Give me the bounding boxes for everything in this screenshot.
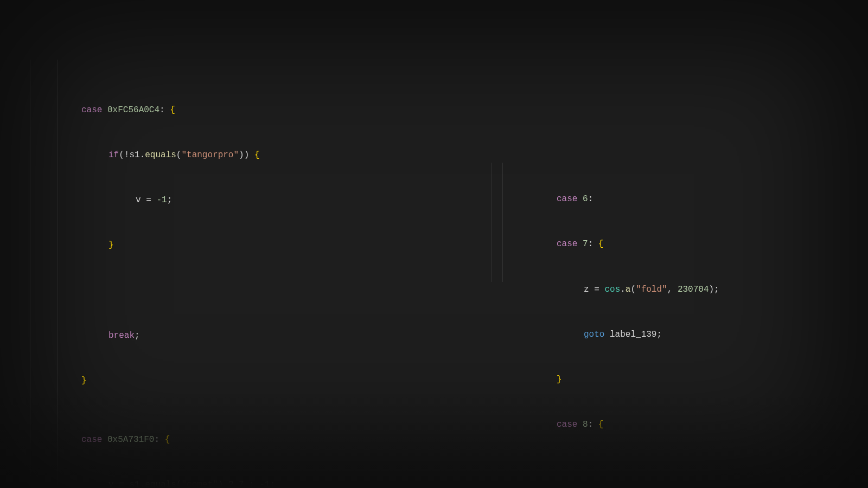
left-editor-pane[interactable]: case 0xFC56A0C4: { if(!s1.equals("tangor…: [0, 0, 486, 488]
code-block-left: case 0xFC56A0C4: { if(!s1.equals("tangor…: [0, 60, 486, 488]
indent-guide: [502, 163, 503, 282]
code-line: case 0xFC56A0C4: {: [81, 101, 486, 119]
hex-literal: 0x5A731F0: [107, 435, 154, 445]
indent-guide: [30, 60, 30, 488]
keyword-goto: goto: [584, 330, 604, 339]
code-line: goto label_139;: [557, 326, 868, 343]
code-line: case 6:: [557, 190, 868, 208]
string-literal: "tangorpro": [181, 150, 239, 160]
code-line: case 7: {: [557, 235, 868, 253]
indent-guide: [492, 163, 492, 282]
keyword-case: case: [557, 239, 577, 249]
keyword-if: if: [108, 150, 119, 160]
keyword-case: case: [81, 105, 102, 115]
code-line: z = cos.a("fold", 230704);: [557, 281, 868, 298]
keyword-case: case: [557, 420, 577, 429]
code-line: }: [557, 371, 868, 388]
indent-guide: [57, 60, 58, 488]
string-literal: "comet": [181, 480, 218, 488]
code-line: v = s1.equals("comet") ? 7 : -1;: [81, 476, 486, 488]
code-line: break;: [81, 327, 486, 344]
code-line: v = -1;: [81, 191, 486, 209]
code-editor: case 0xFC56A0C4: { if(!s1.equals("tangor…: [0, 0, 868, 488]
code-line: if(!s1.equals("tangorpro")) {: [81, 146, 486, 164]
code-line: }: [81, 372, 486, 389]
keyword-case: case: [557, 194, 577, 204]
keyword-break: break: [108, 331, 135, 341]
keyword-case: case: [81, 435, 102, 445]
right-editor-pane[interactable]: case 6: case 7: { z = cos.a("fold", 2307…: [486, 0, 868, 488]
string-literal: "fold": [636, 285, 667, 294]
hex-literal: 0xFC56A0C4: [107, 105, 159, 115]
code-line: }: [81, 236, 486, 254]
code-line: [81, 282, 486, 299]
code-block-right: case 6: case 7: { z = cos.a("fold", 2307…: [486, 163, 868, 461]
code-line: case 8: {: [557, 416, 868, 433]
code-line: case 0x5A731F0: {: [81, 431, 486, 448]
